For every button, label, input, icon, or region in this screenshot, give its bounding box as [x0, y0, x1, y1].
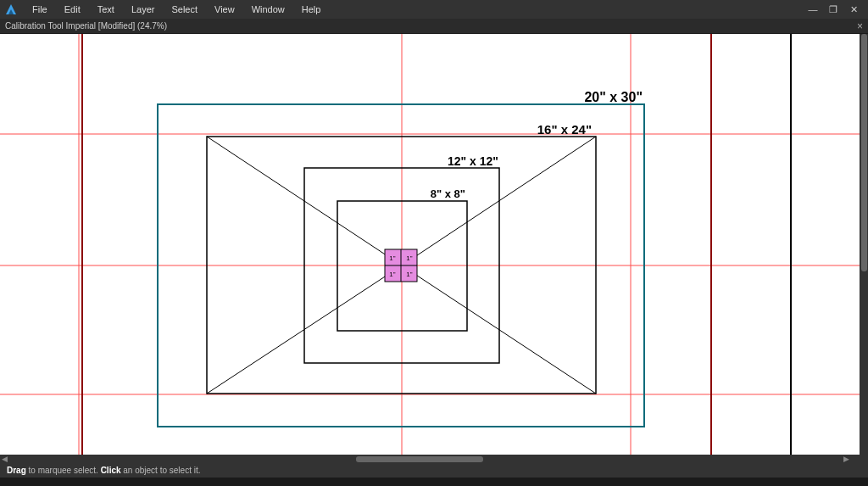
- menu-view[interactable]: View: [206, 2, 243, 17]
- menu-text[interactable]: Text: [89, 2, 123, 17]
- menu-layer[interactable]: Layer: [123, 2, 164, 17]
- status-click-rest: an object to select it.: [121, 466, 201, 475]
- statusbar: Drag to marquee select. Click an object …: [0, 463, 868, 478]
- scroll-left-icon[interactable]: ◀: [2, 455, 8, 463]
- menu-file[interactable]: File: [24, 2, 56, 17]
- maximize-button[interactable]: ❐: [827, 3, 839, 15]
- menu-help[interactable]: Help: [293, 2, 330, 17]
- scrollbar-vertical-thumb[interactable]: [861, 34, 867, 271]
- window-controls: — ❐ ✕: [807, 3, 865, 15]
- menu-select[interactable]: Select: [163, 2, 206, 17]
- workspace: 20" x 30" 16" x 24" 12" x 12" 8" x 8" 1"…: [0, 34, 868, 463]
- close-button[interactable]: ✕: [848, 3, 860, 15]
- document-title[interactable]: Calibration Tool Imperial [Modified] (24…: [5, 21, 167, 31]
- label-12x12[interactable]: 12" x 12": [448, 154, 498, 168]
- scroll-right-icon[interactable]: ▶: [843, 455, 849, 463]
- canvas-svg[interactable]: 20" x 30" 16" x 24" 12" x 12" 8" x 8" 1"…: [0, 34, 860, 455]
- document-tab-bar: Calibration Tool Imperial [Modified] (24…: [0, 19, 868, 34]
- label-1in-bl: 1": [389, 271, 395, 278]
- menubar: File Edit Text Layer Select View Window …: [0, 0, 868, 19]
- label-1in-br: 1": [406, 271, 412, 278]
- status-click-bold: Click: [101, 466, 121, 475]
- document-close-icon[interactable]: ×: [857, 20, 863, 32]
- menu-edit[interactable]: Edit: [56, 2, 89, 17]
- label-16x24[interactable]: 16" x 24": [537, 122, 592, 137]
- label-20x30[interactable]: 20" x 30": [584, 90, 643, 104]
- status-hint: Drag to marquee select. Click an object …: [7, 466, 200, 475]
- label-8x8[interactable]: 8" x 8": [431, 187, 465, 200]
- scrollbar-horizontal-thumb[interactable]: [356, 456, 483, 462]
- scrollbar-horizontal[interactable]: ◀ ▶: [0, 455, 860, 463]
- status-drag-rest: to marquee select.: [26, 466, 101, 475]
- menu-window[interactable]: Window: [243, 2, 293, 17]
- app-logo-icon: [3, 2, 19, 17]
- canvas-paper: [0, 34, 860, 455]
- canvas[interactable]: 20" x 30" 16" x 24" 12" x 12" 8" x 8" 1"…: [0, 34, 868, 463]
- label-1in-tr: 1": [406, 254, 412, 262]
- scrollbar-vertical[interactable]: [860, 34, 868, 463]
- label-1in-tl: 1": [389, 254, 395, 262]
- status-drag-bold: Drag: [7, 466, 26, 475]
- minimize-button[interactable]: —: [807, 3, 819, 15]
